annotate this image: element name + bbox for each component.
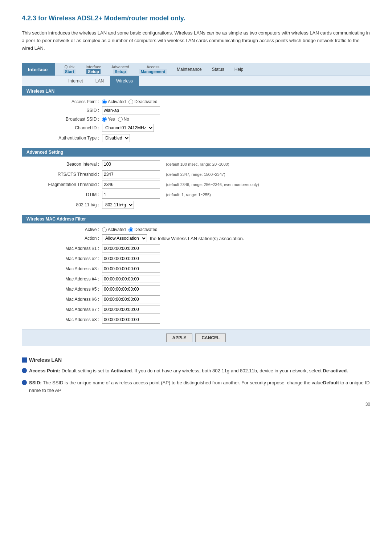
channel-id-row: Channel ID : Channel01 2412MHz <box>29 124 363 132</box>
router-panel: Interface Quick Start Interface Setup Ad… <box>22 63 370 346</box>
mac-addr-3-row: Mac Address #3 : <box>29 265 363 273</box>
broadcast-no-radio[interactable] <box>118 117 123 122</box>
mac-activated-radio[interactable] <box>102 227 107 232</box>
access-point-deactivated-text: Deactivated <box>134 99 157 104</box>
auth-type-row: Authentication Type : Disabled <box>29 134 363 142</box>
mac-addr-1-row: Mac Address #1 : <box>29 244 363 252</box>
mac-addr-7-input[interactable] <box>102 306 160 314</box>
top-nav: Interface Quick Start Interface Setup Ad… <box>22 63 370 76</box>
access-point-activated-radio[interactable] <box>102 100 107 104</box>
ssid-label: SSID : <box>29 108 102 113</box>
ssid-row: SSID : <box>29 106 363 114</box>
dot11-row: 802.11 b/g : 802.11b+g <box>29 201 363 209</box>
mac-addr-5-label: Mac Address #5 : <box>29 287 102 292</box>
mac-addr-4-label: Mac Address #4 : <box>29 276 102 282</box>
access-point-desc: Access Point: Default setting is set to … <box>22 367 370 375</box>
frag-hint: (default 2346, range: 256~2346, even num… <box>166 182 259 187</box>
beacon-input[interactable] <box>102 160 160 168</box>
sub-nav: Internet LAN Wireless <box>22 76 370 87</box>
auth-type-select[interactable]: Disabled <box>102 134 130 142</box>
broadcast-no-label[interactable]: No <box>118 117 129 122</box>
mac-addr-1-input[interactable] <box>102 244 160 252</box>
access-point-activated-text: Activated <box>108 99 126 104</box>
mac-active-row: Active : Activated Deactivated <box>29 227 363 232</box>
content-area: Wireless LAN Access Point : Activated De… <box>22 87 370 346</box>
mac-addr-5-input[interactable] <box>102 285 160 293</box>
mac-activated-label[interactable]: Activated <box>102 227 126 232</box>
dtim-row: DTIM : (default: 1, range: 1~255) <box>29 191 363 199</box>
apply-button[interactable]: APPLY <box>166 333 193 342</box>
auth-type-control: Disabled <box>102 134 130 142</box>
wireless-lan-form: Access Point : Activated Deactivated SSI… <box>22 96 370 148</box>
broadcast-yes-text: Yes <box>108 117 115 122</box>
rts-hint: (default 2347, range: 1500~2347) <box>166 172 225 177</box>
dtim-input[interactable] <box>102 191 160 199</box>
wireless-lan-desc-title-text: Wireless LAN <box>29 357 62 363</box>
access-point-deactivated-label[interactable]: Deactivated <box>128 99 157 104</box>
nav-maintenance[interactable]: Maintenance <box>172 63 207 76</box>
frag-row: Fragmentation Threshold : (default 2346,… <box>29 181 363 189</box>
dot11-select[interactable]: 802.11b+g <box>102 201 134 209</box>
mac-addr-3-input[interactable] <box>102 265 160 273</box>
cancel-button[interactable]: CANCEL <box>195 333 226 342</box>
mac-filter-form: Active : Activated Deactivated Action : <box>22 223 370 329</box>
frag-input[interactable] <box>102 181 160 189</box>
beacon-control: (default 100 msec, range: 20~1000) <box>102 160 229 168</box>
nav-access-top: Access <box>147 65 159 69</box>
nav-help[interactable]: Help <box>229 63 249 76</box>
mac-action-suffix: the follow Wirless LAN station(s) associ… <box>150 236 244 241</box>
sub-nav-wireless[interactable]: Wireless <box>110 76 139 86</box>
nav-quick-bottom: Start <box>64 69 75 74</box>
mac-addr-6-input[interactable] <box>102 295 160 303</box>
broadcast-no-text: No <box>124 117 129 122</box>
sub-nav-lan[interactable]: LAN <box>89 76 110 86</box>
channel-id-select[interactable]: Channel01 2412MHz <box>102 124 154 132</box>
channel-id-label: Channel ID : <box>29 125 102 130</box>
ssid-desc: SSID: The SSID is the unique name of a w… <box>22 379 370 395</box>
nav-advanced-bottom: Setup <box>113 69 127 74</box>
access-point-deactivated-radio[interactable] <box>128 100 133 104</box>
nav-interface-setup[interactable]: Interface Setup <box>81 63 106 76</box>
mac-action-label: Action : <box>29 236 102 241</box>
bottom-bar: APPLY CANCEL <box>22 329 370 346</box>
ssid-input[interactable] <box>102 106 160 114</box>
rts-input[interactable] <box>102 170 160 178</box>
channel-id-control: Channel01 2412MHz <box>102 124 154 132</box>
intro-paragraph: This section introduces the wireless LAN… <box>22 29 370 52</box>
mac-addr-4-input[interactable] <box>102 275 160 283</box>
interface-label: Interface <box>22 63 55 76</box>
mac-active-control: Activated Deactivated <box>102 227 158 232</box>
mac-addr-3-label: Mac Address #3 : <box>29 266 102 271</box>
access-point-activated-label[interactable]: Activated <box>102 99 126 104</box>
bullet-dot-1 <box>22 368 27 373</box>
frag-control: (default 2346, range: 256~2346, even num… <box>102 181 259 189</box>
sub-nav-internet[interactable]: Internet <box>62 76 89 86</box>
mac-action-select[interactable]: Allow Association <box>102 234 147 242</box>
dtim-control: (default: 1, range: 1~255) <box>102 191 211 199</box>
description-section: Wireless LAN Access Point: Default setti… <box>22 357 370 394</box>
wireless-lan-header: Wireless LAN <box>22 87 370 96</box>
ssid-control <box>102 106 160 114</box>
mac-deactivated-radio[interactable] <box>128 227 133 232</box>
mac-deactivated-label[interactable]: Deactivated <box>128 227 157 232</box>
nav-status[interactable]: Status <box>207 63 229 76</box>
nav-items: Quick Start Interface Setup Advanced Set… <box>55 63 370 76</box>
blue-square-icon <box>22 357 27 363</box>
mac-addr-2-input[interactable] <box>102 255 160 263</box>
nav-access-mgmt[interactable]: Access Management <box>134 63 172 76</box>
broadcast-yes-label[interactable]: Yes <box>102 117 115 122</box>
broadcast-yes-radio[interactable] <box>102 117 107 122</box>
nav-advanced-setup[interactable]: Advanced Setup <box>106 63 134 76</box>
mac-addr-7-label: Mac Address #7 : <box>29 307 102 312</box>
page-number: 30 <box>22 402 370 407</box>
mac-active-label: Active : <box>29 227 102 232</box>
mac-addr-5-row: Mac Address #5 : <box>29 285 363 293</box>
broadcast-ssid-control: Yes No <box>102 117 129 122</box>
dot11-control: 802.11b+g <box>102 201 134 209</box>
mac-addr-8-label: Mac Address #8 : <box>29 317 102 322</box>
nav-quick-start[interactable]: Quick Start <box>58 63 81 76</box>
mac-addr-2-label: Mac Address #2 : <box>29 256 102 261</box>
rts-control: (default 2347, range: 1500~2347) <box>102 170 225 178</box>
mac-addr-8-input[interactable] <box>102 316 160 324</box>
advanced-setting-header: Advanced Setting <box>22 148 370 157</box>
